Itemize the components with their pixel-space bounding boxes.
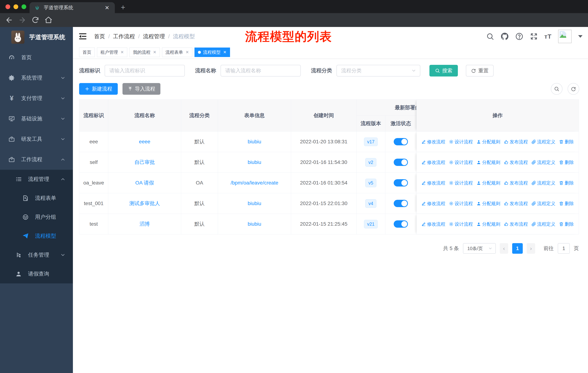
form-link[interactable]: biubiu [248, 139, 261, 145]
reload-icon[interactable] [31, 16, 39, 24]
action-clip-link[interactable]: 流程定义 [532, 139, 555, 145]
action-trash-link[interactable]: 删除 [559, 159, 574, 165]
action-edit-link[interactable]: 修改流程 [421, 221, 445, 227]
active-toggle[interactable] [394, 179, 408, 186]
prev-page-button[interactable]: ‹ [500, 243, 508, 254]
forward-icon[interactable] [18, 16, 26, 24]
action-pointer-link[interactable]: 发布流程 [504, 201, 528, 207]
action-edit-link[interactable]: 修改流程 [421, 201, 445, 207]
sidebar-item-home[interactable]: 首页 [0, 47, 73, 68]
font-size-icon[interactable]: ᴛT [545, 33, 552, 40]
tab-process-model[interactable]: 流程模型✕ [194, 48, 230, 57]
form-link[interactable]: /bpm/oa/leave/create [231, 180, 278, 186]
close-icon[interactable]: ✕ [153, 50, 156, 55]
action-edit-link[interactable]: 修改流程 [421, 139, 445, 145]
back-icon[interactable] [5, 16, 13, 24]
window-zoom-button[interactable] [21, 4, 26, 9]
action-clip-link[interactable]: 流程定义 [532, 201, 555, 207]
action-pointer-link[interactable]: 发布流程 [504, 221, 528, 227]
process-name-link[interactable]: eeee [139, 139, 150, 145]
action-pointer-link[interactable]: 发布流程 [504, 139, 528, 145]
action-user-s-link[interactable]: 分配规则 [476, 201, 500, 207]
action-gear-o-link[interactable]: 设计流程 [449, 180, 473, 186]
version-badge[interactable]: v21 [364, 220, 378, 228]
sidebar-item-process-model[interactable]: 流程模型 [0, 227, 73, 245]
action-gear-o-link[interactable]: 设计流程 [449, 139, 473, 145]
process-name-input[interactable] [220, 65, 301, 77]
home-icon[interactable] [44, 16, 52, 24]
tab-my-process[interactable]: 我的流程✕ [129, 48, 160, 57]
close-icon[interactable]: ✕ [223, 50, 226, 55]
fullscreen-icon[interactable] [530, 32, 538, 40]
action-gear-o-link[interactable]: 设计流程 [449, 159, 473, 165]
form-link[interactable]: biubiu [248, 159, 261, 165]
action-edit-link[interactable]: 修改流程 [421, 159, 445, 165]
tab-tenant[interactable]: 租户管理✕ [97, 48, 127, 57]
active-toggle[interactable] [394, 200, 408, 207]
version-badge[interactable]: v17 [364, 138, 378, 146]
action-trash-link[interactable]: 删除 [559, 180, 574, 186]
version-badge[interactable]: v5 [365, 179, 376, 187]
avatar-caret-icon[interactable] [578, 35, 583, 38]
avatar[interactable] [558, 30, 572, 43]
process-name-link[interactable]: 自己审批 [135, 159, 155, 166]
close-icon[interactable]: ✕ [186, 50, 189, 55]
action-pointer-link[interactable]: 发布流程 [504, 180, 528, 186]
page-size-select[interactable]: 10条/页 [463, 243, 496, 254]
action-clip-link[interactable]: 流程定义 [532, 159, 555, 165]
sidebar-item-workflow[interactable]: 工作流程 [0, 149, 73, 170]
action-user-s-link[interactable]: 分配规则 [476, 221, 500, 227]
search-icon[interactable] [486, 32, 494, 40]
action-trash-link[interactable]: 删除 [559, 201, 574, 207]
collapse-menu-icon[interactable] [79, 33, 86, 40]
breadcrumb-process-mgmt[interactable]: 流程管理 [143, 33, 165, 40]
action-trash-link[interactable]: 删除 [559, 139, 574, 145]
import-process-button[interactable]: 导入流程 [123, 83, 160, 95]
action-edit-link[interactable]: 修改流程 [421, 180, 445, 186]
form-link[interactable]: biubiu [248, 201, 261, 206]
github-icon[interactable] [501, 32, 509, 40]
tab-process-form[interactable]: 流程表单✕ [162, 48, 192, 57]
category-select[interactable]: 流程分类 [336, 65, 420, 77]
sidebar-item-leave-query[interactable]: 请假查询 [0, 264, 73, 283]
next-page-button[interactable]: › [527, 243, 535, 254]
action-trash-link[interactable]: 删除 [559, 221, 574, 227]
active-toggle[interactable] [394, 220, 408, 228]
action-gear-o-link[interactable]: 设计流程 [449, 221, 473, 227]
tab-home[interactable]: 首页 [79, 48, 95, 57]
window-minimize-button[interactable] [13, 4, 18, 9]
sidebar-item-process-form[interactable]: 流程表单 [0, 189, 73, 208]
action-clip-link[interactable]: 流程定义 [532, 180, 555, 186]
current-page-button[interactable]: 1 [512, 243, 523, 254]
process-key-input[interactable] [105, 65, 185, 77]
close-icon[interactable]: ✕ [120, 50, 124, 55]
refresh-table-button[interactable] [567, 83, 579, 95]
process-name-link[interactable]: 滔博 [140, 221, 150, 227]
breadcrumb-home[interactable]: 首页 [94, 33, 105, 40]
active-toggle[interactable] [394, 159, 408, 166]
browser-tab[interactable]: 芋道管理系统 ✕ [30, 2, 115, 13]
sidebar-item-system[interactable]: 系统管理 [0, 68, 73, 88]
action-gear-o-link[interactable]: 设计流程 [449, 201, 473, 207]
form-link[interactable]: biubiu [248, 221, 261, 227]
new-tab-button[interactable]: + [119, 3, 127, 12]
create-process-button[interactable]: 新建流程 [79, 83, 118, 95]
version-badge[interactable]: v2 [365, 158, 376, 167]
action-user-s-link[interactable]: 分配规则 [476, 159, 500, 165]
sidebar-item-process-mgmt[interactable]: 流程管理 [0, 170, 73, 189]
version-badge[interactable]: v4 [365, 199, 376, 208]
sidebar-item-devtools[interactable]: 研发工具 [0, 129, 73, 149]
action-user-s-link[interactable]: 分配规则 [476, 180, 500, 186]
sidebar-item-infra[interactable]: 基础设施 [0, 109, 73, 129]
sidebar-item-task-mgmt[interactable]: 任务管理 [0, 245, 73, 264]
help-icon[interactable] [515, 32, 523, 40]
app-logo-row[interactable]: 芋道管理系统 [0, 27, 73, 47]
process-name-link[interactable]: 测试多审批人 [129, 200, 160, 207]
goto-page-input[interactable] [558, 243, 570, 254]
action-pointer-link[interactable]: 发布流程 [504, 159, 528, 165]
sidebar-item-payment[interactable]: ¥支付管理 [0, 88, 73, 109]
action-user-s-link[interactable]: 分配规则 [476, 139, 500, 145]
toggle-search-button[interactable] [551, 83, 562, 95]
process-name-link[interactable]: OA 请假 [135, 179, 154, 186]
window-close-button[interactable] [5, 4, 10, 9]
